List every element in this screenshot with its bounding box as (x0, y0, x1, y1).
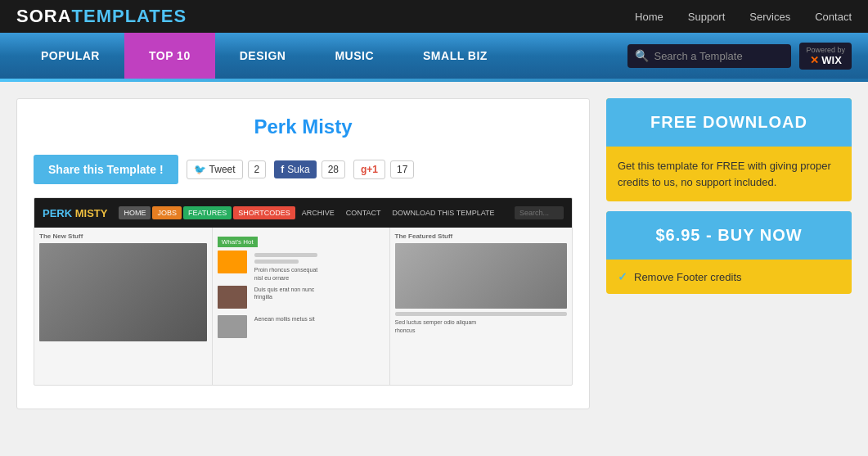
suka-count: 28 (322, 160, 345, 178)
nav-support[interactable]: Support (688, 11, 726, 23)
logo-sora: SORA (16, 6, 72, 27)
template-title: Perk Misty (34, 115, 573, 138)
free-download-box: FREE DOWNLOAD Get this template for FREE… (606, 98, 852, 201)
main-content: Perk Misty Share this Template ! 🐦 Tweet… (0, 82, 868, 426)
preview-featured-text-2: Sed luctus semper odio aliquamrhoncus (395, 318, 567, 335)
tab-music[interactable]: MUSIC (310, 33, 398, 79)
logo-templates: TEMPLATES (72, 6, 187, 27)
buy-button[interactable]: $6.95 - BUY NOW (606, 211, 852, 260)
nav-services[interactable]: Services (749, 11, 790, 23)
wix-badge: Powered by ✕ WIX (799, 43, 852, 70)
tab-top10[interactable]: TOP 10 (124, 33, 215, 79)
preview-body: The New Stuff What's Hot Proin rhoncus c… (34, 228, 572, 386)
feature-label: Remove Footer credits (634, 271, 742, 283)
preview-col3-title: The Featured Stuff (395, 233, 567, 240)
right-panel: FREE DOWNLOAD Get this template for FREE… (606, 98, 852, 409)
share-button[interactable]: Share this Template ! (34, 155, 178, 184)
preview-col-featured: The Featured Stuff Sed luctus semper odi… (389, 228, 572, 386)
facebook-icon: f (281, 164, 284, 175)
share-bar: Share this Template ! 🐦 Tweet 2 f Suka 2… (34, 155, 573, 184)
preview-cyclist-image (39, 243, 207, 341)
preview-text-2 (254, 260, 299, 264)
preview-small-text-1: Proin rhoncus consequatnisl eu ornare (254, 266, 317, 282)
search-icon: 🔍 (635, 49, 649, 62)
tweet-button[interactable]: 🐦 Tweet (187, 160, 243, 179)
twitter-icon: 🐦 (194, 164, 206, 175)
tweet-label: Tweet (209, 164, 236, 175)
preview-nav-jobs: JOBS (152, 206, 182, 219)
nav-contact[interactable]: Contact (815, 11, 852, 23)
checkmark-icon: ✓ (618, 270, 627, 283)
gplus-button[interactable]: g+1 (353, 160, 385, 179)
preview-small-text-3: Aenean mollis metus sit (254, 315, 315, 323)
preview-text-1 (254, 253, 317, 257)
preview-nav-download: DOWNLOAD THIS TEMPLATE (388, 206, 500, 219)
preview-nav-shortcodes: SHORTCODES (233, 206, 295, 219)
preview-small-img-1 (218, 251, 247, 273)
search-container: 🔍 (627, 44, 791, 68)
main-nav: Home Support Services Contact (635, 11, 852, 23)
wix-logo: ✕ WIX (810, 54, 842, 66)
preview-nav: HOME JOBS FEATURES SHORTCODES ARCHIVE CO… (119, 206, 499, 219)
preview-nav-home: HOME (119, 206, 151, 219)
tabbar: POPULAR TOP 10 DESIGN MUSIC SMALL BIZ 🔍 … (0, 33, 868, 79)
tab-design[interactable]: DESIGN (215, 33, 311, 79)
left-panel: Perk Misty Share this Template ! 🐦 Tweet… (16, 98, 590, 409)
preview-featured-text-1 (395, 312, 567, 316)
search-wrapper: 🔍 Powered by ✕ WIX (627, 43, 852, 70)
preview-col-new-stuff: The New Stuff (34, 228, 212, 386)
preview-small-text-2: Duis quis erat non nuncfringilla (254, 286, 315, 302)
preview-featured-image (395, 243, 567, 309)
buy-features: ✓ Remove Footer credits (606, 260, 852, 294)
free-download-button[interactable]: FREE DOWNLOAD (606, 98, 852, 147)
logo: SORA TEMPLATES (16, 6, 187, 27)
feature-remove-footer: ✓ Remove Footer credits (618, 268, 840, 286)
nav-home[interactable]: Home (635, 11, 663, 23)
preview-col-whats-hot: What's Hot Proin rhoncus consequatnisl e… (212, 228, 389, 386)
preview-small-img-2 (218, 286, 247, 309)
preview-hot-tag: What's Hot (218, 237, 258, 247)
header: SORA TEMPLATES Home Support Services Con… (0, 0, 868, 33)
preview-nav-archive: ARCHIVE (297, 206, 340, 219)
preview-area: PERK MISTY HOME JOBS FEATURES SHORTCODES… (34, 197, 573, 386)
preview-nav-features: FEATURES (183, 206, 232, 219)
twitter-group: 🐦 Tweet 2 (187, 160, 267, 179)
preview-header: PERK MISTY HOME JOBS FEATURES SHORTCODES… (34, 198, 572, 228)
tweet-count: 2 (248, 160, 267, 178)
preview-small-img-3 (218, 315, 247, 338)
search-input[interactable] (627, 44, 791, 68)
free-download-desc: Get this template for FREE with giving p… (606, 147, 852, 201)
wix-powered-label: Powered by (806, 46, 845, 54)
preview-nav-contact: CONTACT (341, 206, 386, 219)
buy-box: $6.95 - BUY NOW ✓ Remove Footer credits (606, 211, 852, 294)
tab-popular[interactable]: POPULAR (16, 33, 124, 79)
preview-col1-title: The New Stuff (39, 233, 207, 240)
facebook-button[interactable]: f Suka (274, 160, 316, 178)
preview-search-input (515, 206, 564, 219)
facebook-group: f Suka 28 (274, 160, 345, 178)
suka-label: Suka (287, 164, 309, 175)
preview-logo: PERK MISTY (43, 207, 107, 219)
gplus-icon: g+1 (361, 164, 378, 175)
tab-smallbiz[interactable]: SMALL BIZ (398, 33, 512, 79)
gplus-count: 17 (390, 160, 414, 178)
gplus-group: g+1 17 (353, 160, 414, 179)
